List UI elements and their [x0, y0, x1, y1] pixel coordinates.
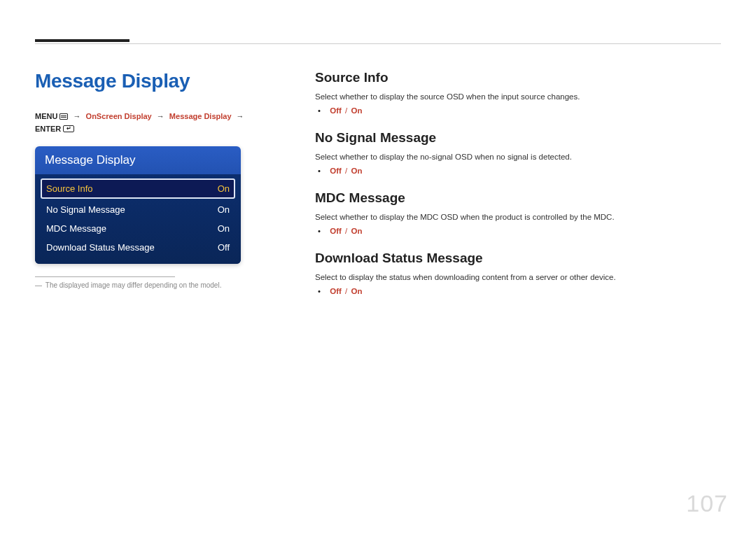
- breadcrumb-menu-label: MENU: [35, 112, 57, 120]
- osd-panel: Message Display Source Info On No Signal…: [35, 146, 241, 264]
- osd-row-value: Off: [218, 242, 230, 253]
- osd-row-download-status[interactable]: Download Status Message Off: [41, 238, 235, 257]
- section-options: • Off / On: [315, 287, 721, 295]
- bullet-icon: •: [318, 287, 321, 295]
- section-title: No Signal Message: [315, 130, 721, 146]
- page-title: Message Display: [35, 70, 252, 92]
- section-description: Select to display the status when downlo…: [315, 272, 721, 283]
- section-download-status: Download Status Message Select to displa…: [315, 251, 721, 295]
- breadcrumb-path-2: Message Display: [169, 112, 232, 120]
- bullet-icon: •: [318, 227, 321, 235]
- arrow-icon: →: [237, 112, 244, 120]
- section-options: • Off / On: [315, 106, 721, 115]
- osd-row-no-signal[interactable]: No Signal Message On: [41, 200, 235, 219]
- osd-row-source-info[interactable]: Source Info On: [41, 178, 235, 199]
- section-title: Source Info: [315, 70, 721, 85]
- osd-row-value: On: [218, 204, 230, 215]
- option-separator: /: [345, 227, 347, 235]
- option-on: On: [351, 227, 362, 235]
- osd-row-label: MDC Message: [46, 223, 106, 234]
- osd-row-label: No Signal Message: [46, 204, 125, 215]
- osd-row-value: On: [218, 183, 230, 194]
- left-column: Message Display MENU → OnScreen Display …: [35, 70, 252, 289]
- header-tab-marker: [35, 39, 130, 42]
- page-number: 107: [686, 490, 728, 517]
- section-mdc: MDC Message Select whether to display th…: [315, 190, 721, 235]
- header-divider: [35, 43, 721, 44]
- enter-icon: [63, 125, 74, 132]
- option-on: On: [351, 167, 362, 175]
- section-title: MDC Message: [315, 190, 721, 206]
- breadcrumb-path-1: OnScreen Display: [86, 112, 152, 120]
- osd-row-value: On: [218, 223, 230, 234]
- breadcrumb-enter-label: ENTER: [35, 125, 61, 133]
- footnote: The displayed image may differ depending…: [35, 281, 252, 289]
- section-description: Select whether to display the MDC OSD wh…: [315, 211, 721, 223]
- osd-row-label: Download Status Message: [46, 242, 155, 253]
- osd-row-label: Source Info: [46, 183, 93, 194]
- arrow-icon: →: [74, 112, 81, 120]
- osd-row-mdc[interactable]: MDC Message On: [41, 219, 235, 238]
- osd-panel-header: Message Display: [35, 146, 241, 174]
- bullet-icon: •: [318, 106, 321, 115]
- option-on: On: [351, 287, 362, 295]
- section-options: • Off / On: [315, 167, 721, 175]
- option-off: Off: [330, 287, 342, 295]
- section-no-signal: No Signal Message Select whether to disp…: [315, 130, 721, 175]
- section-description: Select whether to display the source OSD…: [315, 91, 721, 102]
- option-on: On: [351, 106, 362, 115]
- osd-panel-body: Source Info On No Signal Message On MDC …: [35, 174, 241, 264]
- footnote-divider: [35, 276, 175, 277]
- bullet-icon: •: [318, 167, 321, 175]
- option-separator: /: [345, 167, 347, 175]
- option-off: Off: [330, 106, 342, 115]
- menu-icon: [59, 113, 68, 120]
- option-off: Off: [330, 167, 342, 175]
- right-column: Source Info Select whether to display th…: [315, 70, 721, 311]
- breadcrumb: MENU → OnScreen Display → Message Displa…: [35, 111, 252, 135]
- arrow-icon: →: [157, 112, 164, 120]
- option-separator: /: [345, 106, 347, 115]
- option-separator: /: [345, 287, 347, 295]
- section-title: Download Status Message: [315, 251, 721, 266]
- section-description: Select whether to display the no-signal …: [315, 151, 721, 162]
- section-options: • Off / On: [315, 227, 721, 235]
- section-source-info: Source Info Select whether to display th…: [315, 70, 721, 115]
- option-off: Off: [330, 227, 342, 235]
